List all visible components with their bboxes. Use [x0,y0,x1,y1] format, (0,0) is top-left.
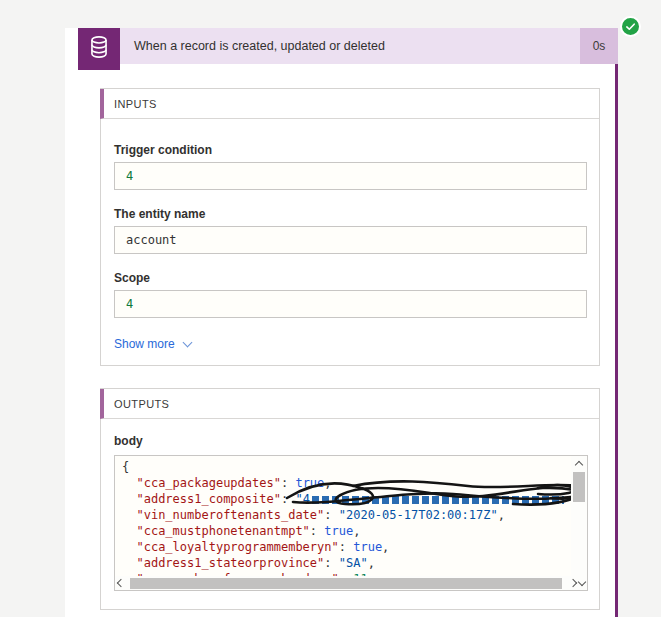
outputs-section: OUTPUTS body { "cca_packageupdates": tru… [100,388,600,610]
horizontal-scrollbar[interactable] [115,576,587,590]
scroll-down-arrow[interactable] [578,578,586,586]
code-line: "vin_numberoftenants_date": "2020-05-17T… [122,507,571,523]
database-icon [86,34,112,64]
field-label-entity-name: The entity name [114,207,586,221]
outputs-section-header: OUTPUTS [100,389,599,419]
run-details-page: When a record is created, updated or del… [0,0,661,617]
json-output-viewer[interactable]: { "cca_packageupdates": true, "address1_… [114,455,588,591]
code-line: "cca_loyaltyprogrammemberyn": true, [122,539,571,555]
entity-name-value: account [126,233,177,247]
horizontal-scrollbar-thumb[interactable] [130,578,562,589]
field-label-trigger-condition: Trigger condition [114,143,586,157]
vertical-scrollbar[interactable] [571,456,587,576]
vertical-scrollbar-thumb[interactable] [573,472,585,502]
body-label: body [114,434,586,448]
inputs-heading: INPUTS [114,98,157,110]
trigger-duration-badge: 0s [580,28,618,64]
code-line: "cca_mustphonetenantmpt": true, [122,523,571,539]
success-status-badge[interactable] [620,16,641,37]
inputs-section-header: INPUTS [100,89,599,119]
scroll-right-arrow[interactable] [569,579,577,587]
code-line: "address1_stateorprovince": "SA", [122,555,571,571]
checkmark-icon [625,18,636,36]
field-label-scope: Scope [114,271,586,285]
redacted-value [312,496,564,504]
show-more-link[interactable]: Show more [114,337,191,351]
trigger-title-bar[interactable]: When a record is created, updated or del… [120,28,580,64]
code-line: "address1_composite": "4 [122,491,571,507]
scope-value: 4 [126,297,133,311]
trigger-card: When a record is created, updated or del… [65,28,618,617]
scope-value-box[interactable]: 4 [114,290,587,318]
code-line: "cca_packageupdates": true, [122,475,571,491]
entity-name-value-box[interactable]: account [114,226,587,254]
trigger-condition-value-box[interactable]: 4 [114,162,587,190]
duration-text: 0s [593,39,606,53]
trigger-header[interactable]: When a record is created, updated or del… [78,28,618,70]
inputs-section: INPUTS Trigger condition 4 The entity na… [100,88,600,366]
code-line: { [122,459,571,475]
connector-icon-tile [78,28,120,70]
trigger-title: When a record is created, updated or del… [134,39,385,53]
show-more-label: Show more [114,337,175,351]
outputs-heading: OUTPUTS [114,398,169,410]
scroll-left-arrow[interactable] [117,579,125,587]
trigger-condition-value: 4 [126,169,133,183]
json-code-lines: { "cca_packageupdates": true, "address1_… [115,456,571,587]
chevron-down-icon [182,338,192,348]
scroll-up-arrow[interactable] [571,456,587,470]
